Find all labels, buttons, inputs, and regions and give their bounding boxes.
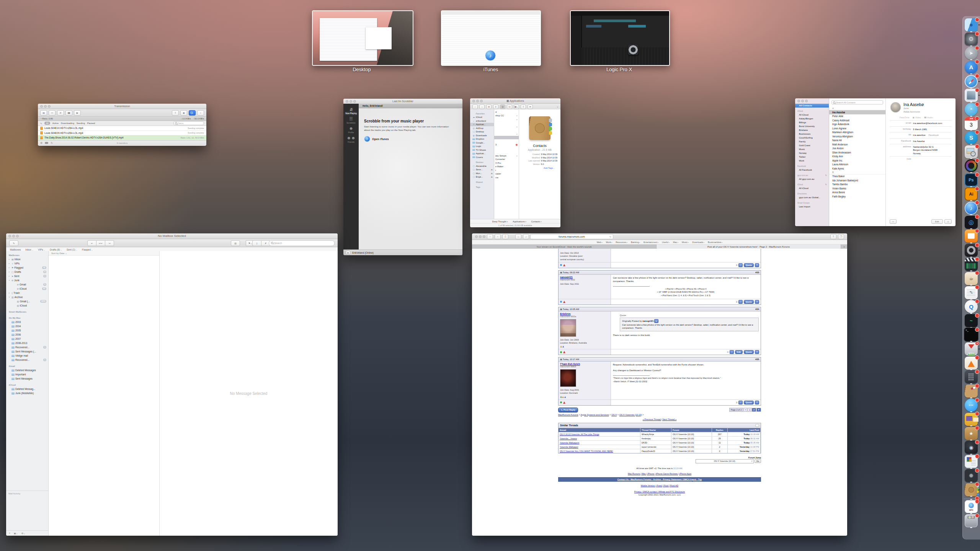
finder-column-item[interactable] [494, 150, 519, 154]
finder-sidebar-item[interactable]: TV Shows [470, 148, 494, 152]
window-controls[interactable] [475, 235, 485, 238]
contacts-group-item[interactable]: Norway [795, 151, 829, 155]
compose-icon[interactable] [9, 240, 18, 246]
prev-page-link[interactable]: < [743, 408, 747, 412]
edit-button[interactable]: Edit [931, 219, 943, 224]
finder-column-item[interactable]: shop CC ▸ [494, 114, 519, 118]
bookmark-folder[interactable]: Resources [616, 241, 627, 243]
itunes-dock-icon[interactable]: ♪ [962, 201, 980, 215]
webpage-collage-app-dock-icon[interactable] [962, 455, 980, 469]
forward-icon[interactable] [479, 104, 485, 109]
tweetbot-dock-icon[interactable]: ❝ [962, 103, 980, 117]
contacts-group-item[interactable]: gpyr.com.au Global... [795, 196, 829, 199]
contact-list-item[interactable]: A [829, 106, 885, 110]
aperture-dock-icon[interactable] [962, 159, 980, 173]
show-hide-icon[interactable]: ▣⌄ [14, 532, 18, 535]
mailbox-item[interactable]: 2007 [6, 337, 48, 341]
gear-icon[interactable]: ⚙ [346, 251, 350, 254]
mailbox-item[interactable]: ▸ Trash [6, 291, 48, 295]
space-thumbnail-itunes[interactable]: ♪ [441, 10, 541, 66]
mailbox-item[interactable]: 2004 [6, 324, 48, 328]
back-icon[interactable]: ‹ [487, 234, 493, 239]
disclosure-triangle[interactable]: ▸ [9, 271, 11, 273]
arrange-icon[interactable] [514, 104, 519, 109]
transmission-dock-icon[interactable]: 3 50.0 K [962, 342, 980, 356]
window-controls[interactable] [8, 235, 19, 238]
icon-view-icon[interactable] [486, 104, 492, 109]
finder-sidebar-item[interactable]: Enga... ⏏ [470, 175, 494, 179]
finder-column-item[interactable] [494, 147, 519, 150]
contact-list-item[interactable]: Ida Johansen Bakkejord [829, 178, 885, 183]
avatar[interactable] [560, 369, 576, 387]
contacts-group-item[interactable]: All iCloud [795, 186, 829, 190]
bookmark-folder[interactable]: Downloads [692, 241, 704, 243]
filter-seeding[interactable]: Seeding [77, 122, 85, 124]
post-reply-button[interactable]: ✎ Post Reply [558, 408, 578, 412]
bookmark-folder[interactable]: Web [597, 241, 603, 243]
go-button[interactable]: Go [755, 459, 761, 463]
finder-column-item[interactable]: r [494, 168, 519, 172]
lastfm-nav-item[interactable]: ☻ Profile [343, 125, 359, 135]
finder-sidebar-item[interactable]: Alexandria [470, 164, 494, 168]
bookmark-folder[interactable]: Work [606, 241, 612, 243]
thread-link[interactable]: OS X Yosemite! ALL YOU WANT TO KNOW, ASK… [560, 450, 613, 452]
report-post-icon[interactable] [563, 401, 565, 404]
finder-sidebar-item[interactable]: Seve... ⏏ [470, 168, 494, 172]
finder-column-item[interactable]: 4 [494, 110, 519, 114]
ibooks-dock-icon[interactable] [962, 229, 980, 243]
tab-overview-icon[interactable]: ❐ [838, 234, 844, 239]
contact-list-item[interactable]: Inge Ådlandsvik [829, 122, 885, 127]
path-segment[interactable]: Deep Thought ▸ [489, 220, 508, 223]
page-1-link[interactable]: 1 [748, 408, 751, 412]
extension-icon-2[interactable]: ♪ [523, 234, 529, 239]
contacts-group-item[interactable]: Smart Groups [795, 201, 829, 205]
path-segment[interactable]: Contacts ▸ [528, 220, 542, 223]
launchpad-dock-icon[interactable]: ➤ [962, 46, 980, 60]
list-view-icon[interactable] [493, 104, 498, 109]
keypad-device-app-dock-icon[interactable] [962, 370, 980, 384]
quote-button[interactable]: Quote [744, 401, 754, 404]
photoshop-dock-icon[interactable]: Ps [962, 173, 980, 187]
contacts-group-item[interactable]: iCloud ↻ [795, 183, 829, 186]
finder-sidebar-item[interactable]: Favorites [470, 112, 494, 116]
finder-sidebar-item[interactable]: AirDrop [470, 126, 494, 130]
mailbox-item[interactable]: On My Mac [6, 316, 48, 320]
disclosure-triangle[interactable]: ▾ [9, 296, 11, 298]
finder-column-item[interactable] [494, 136, 519, 140]
address-bar[interactable]: forums.macrumors.com ↻ [530, 234, 613, 239]
thread-navigation[interactable]: « Previous Thread | Next Thread » [558, 418, 761, 421]
contact-list-item[interactable]: Laura Atkinson [829, 163, 885, 167]
mp3-document-dock-icon[interactable]: ♪ MP3 [962, 500, 980, 514]
contacts-group-item[interactable]: Work [795, 159, 829, 163]
finder-column-item[interactable]: oader [494, 172, 519, 176]
reload-icon[interactable]: ↻ [609, 235, 611, 238]
search-icon[interactable] [189, 110, 196, 116]
share-icon[interactable] [172, 110, 179, 116]
inspector-eye-icon[interactable] [180, 110, 187, 116]
mailbox-item[interactable]: iCloud [6, 383, 48, 387]
space-thumbnail-logic[interactable] [570, 10, 670, 66]
finder-sidebar-item[interactable]: erikveland [470, 119, 494, 123]
finder-sidebar-item[interactable]: Applicat... [470, 152, 494, 156]
quote-button[interactable]: Quote [744, 350, 754, 354]
contacts-group-item[interactable]: Directories [795, 192, 829, 196]
back-icon[interactable] [472, 104, 478, 109]
medication-book-app-dock-icon[interactable] [962, 384, 980, 398]
contact-list-item[interactable]: Ina Aasebø [829, 110, 885, 114]
trash-dock-icon[interactable] [962, 514, 980, 528]
coverflow-view-icon[interactable] [507, 104, 512, 109]
forum-jump-select[interactable]: OS X Yosemite (10.10)⇕ [696, 459, 754, 463]
share-icon[interactable]: ⇧ [830, 234, 836, 239]
finder-column-item[interactable]: Converter [494, 158, 519, 161]
open-folder-icon[interactable] [49, 110, 56, 116]
mailbox-item[interactable]: ▾ Junk [6, 278, 48, 282]
mailbox-item[interactable]: iCloud 67 [6, 287, 48, 291]
contact-list-item[interactable]: Peter Able [829, 114, 885, 119]
mail-dock-icon[interactable] [962, 88, 980, 103]
path-segment[interactable]: Applications ▸ [509, 220, 526, 223]
bookmark-folder[interactable]: Music [682, 241, 689, 243]
blue-rings-app-dock-icon[interactable]: ◎ [962, 215, 980, 229]
favorite-mailbox[interactable]: Drafts (8) [50, 248, 62, 251]
report-post-icon[interactable] [563, 264, 565, 266]
finder-sidebar-item[interactable]: iCloud [470, 116, 494, 119]
